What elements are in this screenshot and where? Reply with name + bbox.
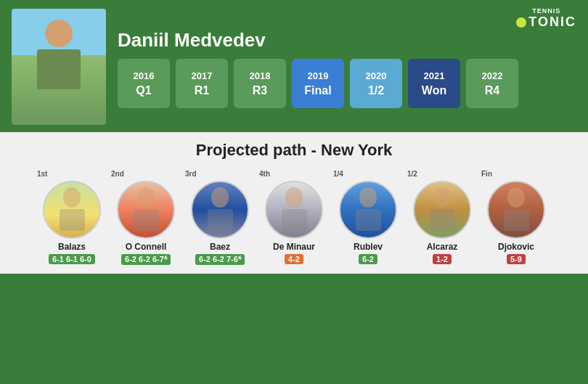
player-body xyxy=(37,49,81,89)
year-label: 2017 xyxy=(192,70,213,81)
opponent-photo xyxy=(43,181,101,239)
score-badge: 6-2 6-2 6-7⁶ xyxy=(121,254,171,265)
top-section: TENNIS TONIC Daniil Medvedev 2016 Q1 201… xyxy=(0,0,588,132)
opponent-name: De Minaur xyxy=(273,242,315,252)
opponent-name: Baez xyxy=(210,242,230,252)
svg-point-2 xyxy=(137,187,155,208)
year-card-2019: 2019 Final xyxy=(292,59,344,108)
year-label: 2019 xyxy=(308,70,329,81)
years-grid: 2016 Q1 2017 R1 2018 R3 2019 Final 2020 … xyxy=(118,59,518,108)
svg-point-6 xyxy=(285,187,303,208)
opponent-card-alcaraz: 1/2 Alcaraz 1-2 xyxy=(407,170,477,264)
year-card-2016: 2016 Q1 xyxy=(118,59,170,108)
app-logo: TENNIS TONIC xyxy=(516,7,576,30)
year-label: 2022 xyxy=(482,70,503,81)
opponent-name: Rublev xyxy=(354,242,383,252)
round-tag: 4th xyxy=(259,170,270,178)
opponent-name: Djokovic xyxy=(498,242,534,252)
opponent-card-baez: 3rd Baez 6-2 6-2 7-6⁶ xyxy=(185,170,255,265)
svg-point-0 xyxy=(63,187,81,208)
round-label: Q1 xyxy=(136,84,151,97)
opponent-photo xyxy=(413,181,471,239)
opponent-photo xyxy=(117,181,175,239)
opponent-name: O Connell xyxy=(126,242,167,252)
year-card-2017: 2017 R1 xyxy=(176,59,228,108)
round-tag: Fin xyxy=(481,170,492,178)
opponent-card-balazs: 1st Balazs 6-1 6-1 6-0 xyxy=(37,170,107,264)
round-tag: 3rd xyxy=(185,170,197,178)
round-tag: 2nd xyxy=(111,170,124,178)
player-photo xyxy=(12,9,106,125)
player-name: Daniil Medvedev xyxy=(118,29,518,52)
year-label: 2021 xyxy=(424,70,445,81)
score-badge: 6-2 xyxy=(359,254,377,264)
year-card-2018: 2018 R3 xyxy=(234,59,286,108)
round-tag: 1st xyxy=(37,170,47,178)
svg-point-10 xyxy=(433,187,451,208)
score-badge: 1-2 xyxy=(433,254,452,264)
svg-point-12 xyxy=(507,187,525,208)
player-info: Daniil Medvedev 2016 Q1 2017 R1 2018 R3 … xyxy=(118,25,518,108)
score-badge: 4-2 xyxy=(285,254,303,264)
round-label: R3 xyxy=(253,84,267,97)
opponent-name: Alcaraz xyxy=(427,242,458,252)
score-badge: 5-9 xyxy=(507,254,526,264)
svg-rect-1 xyxy=(60,209,85,231)
player-figure xyxy=(37,20,81,89)
projected-title: Projected path - New York xyxy=(12,141,576,160)
svg-rect-9 xyxy=(356,209,381,231)
round-label: Final xyxy=(304,84,331,97)
opponent-photo xyxy=(191,181,249,239)
svg-point-8 xyxy=(359,187,377,208)
bottom-section: Projected path - New York 1st Balazs 6-1… xyxy=(0,132,588,274)
opponent-photo xyxy=(339,181,397,239)
year-card-2020: 2020 1/2 xyxy=(350,59,402,108)
opponent-photo xyxy=(487,181,545,239)
player-head xyxy=(45,20,73,47)
year-label: 2016 xyxy=(134,70,155,81)
round-label: R4 xyxy=(485,84,499,97)
opponent-card-de-minaur: 4th De Minaur 4-2 xyxy=(259,170,329,264)
opponent-card-djokovic: Fin Djokovic 5-9 xyxy=(481,170,551,264)
opponent-name: Balazs xyxy=(58,242,86,252)
svg-rect-3 xyxy=(134,209,159,231)
score-badge: 6-1 6-1 6-0 xyxy=(49,254,95,264)
logo-tennis-text: TENNIS xyxy=(532,7,560,15)
score-badge: 6-2 6-2 7-6⁶ xyxy=(195,254,245,265)
opponent-photo xyxy=(265,181,323,239)
opponent-card-o-connell: 2nd O Connell 6-2 6-2 6-7⁶ xyxy=(111,170,181,265)
year-label: 2020 xyxy=(366,70,387,81)
svg-rect-5 xyxy=(208,209,233,231)
svg-rect-11 xyxy=(430,209,455,231)
path-row: 1st Balazs 6-1 6-1 6-0 2nd O Connell 6-2… xyxy=(12,170,576,265)
year-label: 2018 xyxy=(250,70,271,81)
round-label: R1 xyxy=(195,84,209,97)
svg-rect-7 xyxy=(282,209,307,231)
round-tag: 1/2 xyxy=(407,170,417,178)
year-card-2022: 2022 R4 xyxy=(466,59,518,108)
opponent-card-rublev: 1/4 Rublev 6-2 xyxy=(333,170,403,264)
svg-rect-13 xyxy=(504,209,529,231)
round-label: 1/2 xyxy=(368,84,384,97)
round-label: Won xyxy=(422,84,446,97)
logo-ball-icon xyxy=(516,17,526,28)
year-card-2021: 2021 Won xyxy=(408,59,460,108)
logo-tonic-text: TONIC xyxy=(516,15,576,30)
round-tag: 1/4 xyxy=(333,170,343,178)
svg-point-4 xyxy=(211,187,229,208)
